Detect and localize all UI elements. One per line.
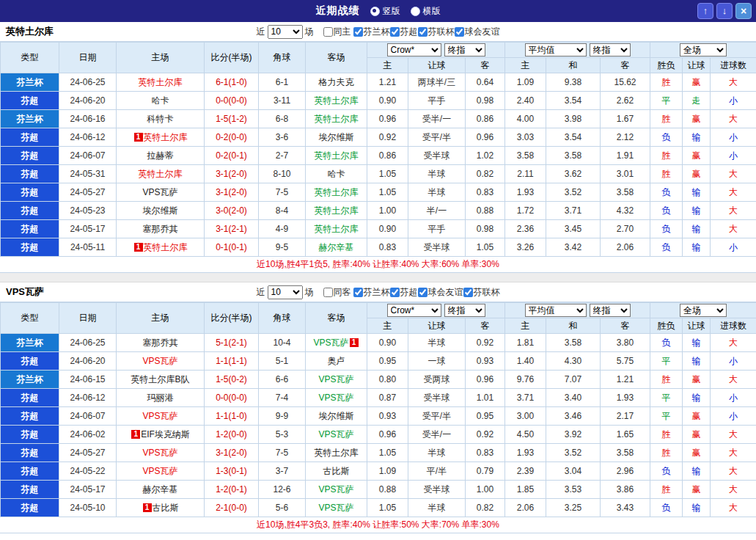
match-row: 芬超24-06-20VPS瓦萨1-1(1-1)5-1奥卢0.95一球0.931.… — [1, 352, 756, 371]
league-type-cell: 芬兰杯 — [1, 73, 59, 92]
avg-home-cell: 2.39 — [505, 462, 546, 481]
odds-provider-select[interactable]: Crow* — [387, 304, 441, 317]
corners-cell: 7-5 — [259, 183, 306, 202]
avg-draw-cell: 3.58 — [546, 334, 601, 352]
league-filter[interactable]: 芬兰杯 — [353, 286, 390, 299]
odds-home-cell: 0.96 — [367, 110, 408, 128]
col-date: 日期 — [59, 43, 117, 73]
match-date: 24-05-17 — [59, 481, 117, 499]
league-filter[interactable]: 芬联杯 — [463, 286, 500, 299]
corners-cell: 5-1 — [259, 352, 306, 371]
full-match-select[interactable]: 全场 — [680, 304, 727, 317]
col-score: 比分(半场) — [205, 43, 259, 73]
away-team-cell: 哈卡 — [306, 165, 367, 183]
odds-away-cell: 1.05 — [466, 238, 505, 257]
avg-away-cell: 2.12 — [601, 128, 650, 147]
league-checkbox[interactable] — [418, 288, 427, 297]
same-venue-filter[interactable]: 同主 — [323, 26, 351, 38]
result-goals-cell: 大 — [711, 165, 756, 183]
col-result-goals: 进球数 — [711, 318, 756, 334]
league-label: 芬兰杯 — [364, 286, 390, 299]
same-venue-checkbox[interactable] — [323, 288, 333, 297]
same-venue-filter[interactable]: 同客 — [323, 286, 351, 299]
home-team-cell: 拉赫蒂 — [117, 147, 205, 165]
corners-cell: 2-7 — [259, 147, 306, 165]
odds-handicap-cell: 半/一 — [408, 202, 466, 220]
avg-away-cell: 5.75 — [601, 352, 650, 371]
result-outcome-cell: 胜 — [650, 110, 683, 128]
close-button[interactable]: × — [735, 3, 752, 19]
league-checkbox[interactable] — [353, 27, 363, 37]
odds-away-cell: 0.98 — [466, 220, 505, 238]
team-name-text: VPS瓦萨 — [142, 411, 177, 421]
match-row: 芬超24-06-07VPS瓦萨1-1(1-0)9-9埃尔维斯0.93受平/半0.… — [1, 407, 756, 426]
home-team-cell: 1古比斯 — [117, 499, 205, 517]
score-cell: 0-1(0-1) — [205, 238, 259, 257]
league-filter[interactable]: 芬联杯 — [418, 26, 455, 38]
league-checkbox[interactable] — [418, 27, 427, 37]
odds-away-cell: 0.86 — [466, 110, 505, 128]
corners-cell: 7-4 — [259, 389, 306, 407]
avg-away-cell: 1.91 — [601, 147, 650, 165]
col-type: 类型 — [1, 303, 59, 334]
league-filters: 芬兰杯芬超球会友谊芬联杯 — [353, 286, 500, 299]
league-checkbox[interactable] — [390, 288, 400, 297]
odds-final-select[interactable]: 终指 — [444, 43, 485, 56]
move-down-button[interactable]: ↓ — [716, 3, 733, 19]
result-handicap-cell: 输 — [683, 128, 711, 147]
odds-final-select[interactable]: 终指 — [444, 304, 485, 317]
odds-home-cell: 0.90 — [367, 220, 408, 238]
odds-handicap-cell: 受半/一 — [408, 426, 466, 444]
league-type-cell: 芬超 — [1, 165, 59, 183]
avg-draw-cell: 3.52 — [546, 444, 601, 462]
league-filter[interactable]: 芬兰杯 — [353, 26, 390, 38]
col-result-goals: 进球数 — [711, 58, 756, 73]
radio-unselected-icon — [411, 7, 420, 16]
odds-home-cell: 1.05 — [367, 183, 408, 202]
average-final-select[interactable]: 终指 — [590, 304, 631, 317]
matches-table: 类型 日期 主场 比分(半场) 角球 客场 Crow*终指 平均值终指 全场 主… — [0, 302, 756, 517]
score-cell: 0-0(0-0) — [205, 92, 259, 110]
avg-draw-cell: 3.04 — [546, 462, 601, 481]
league-filter[interactable]: 芬超 — [390, 286, 418, 299]
match-date: 24-06-12 — [59, 128, 117, 147]
result-outcome-cell: 平 — [650, 407, 683, 426]
average-select[interactable]: 平均值 — [525, 43, 587, 56]
match-date: 24-05-17 — [59, 220, 117, 238]
avg-home-cell: 4.50 — [505, 426, 546, 444]
match-date: 24-06-02 — [59, 426, 117, 444]
result-goals-cell: 小 — [711, 128, 756, 147]
result-handicap-cell: 输 — [683, 334, 711, 352]
home-team-cell: 埃尔维斯 — [117, 202, 205, 220]
average-group-header: 平均值终指 — [505, 303, 650, 318]
filter-bar: 近 10 场 同客 芬兰杯芬超球会友谊芬联杯 — [257, 285, 500, 299]
odds-handicap-cell: 受半球 — [408, 147, 466, 165]
league-filter[interactable]: 芬超 — [390, 26, 418, 38]
odds-away-cell: 1.00 — [466, 481, 505, 499]
filter-bar: 近 10 场 同主 芬兰杯芬超芬联杯球会友谊 — [257, 25, 500, 39]
odds-away-cell: 1.02 — [466, 147, 505, 165]
full-match-select[interactable]: 全场 — [680, 43, 727, 56]
team-name-text: VPS瓦萨 — [142, 356, 177, 366]
layout-radio-horizontal[interactable]: 横版 — [411, 5, 441, 18]
avg-away-cell: 3.01 — [601, 165, 650, 183]
col-odds-home: 主 — [367, 58, 408, 73]
team-name-text: 古比斯 — [323, 466, 350, 476]
average-select[interactable]: 平均值 — [525, 304, 587, 317]
league-checkbox[interactable] — [463, 288, 473, 297]
league-checkbox[interactable] — [353, 288, 363, 297]
same-venue-checkbox[interactable] — [323, 27, 333, 37]
league-filter[interactable]: 球会友谊 — [418, 286, 463, 299]
league-filter[interactable]: 球会友谊 — [455, 26, 500, 38]
average-final-select[interactable]: 终指 — [590, 43, 631, 56]
recent-count-select[interactable]: 10 — [268, 25, 303, 39]
corners-cell: 8-10 — [259, 165, 306, 183]
league-checkbox[interactable] — [455, 27, 464, 37]
layout-radio-vertical[interactable]: 竖版 — [370, 5, 400, 18]
move-up-button[interactable]: ↑ — [697, 3, 713, 19]
league-checkbox[interactable] — [390, 27, 400, 37]
recent-count-select[interactable]: 10 — [268, 285, 303, 299]
odds-provider-select[interactable]: Crow* — [387, 43, 441, 56]
result-outcome-cell: 负 — [650, 238, 683, 257]
league-label: 球会友谊 — [428, 286, 463, 299]
